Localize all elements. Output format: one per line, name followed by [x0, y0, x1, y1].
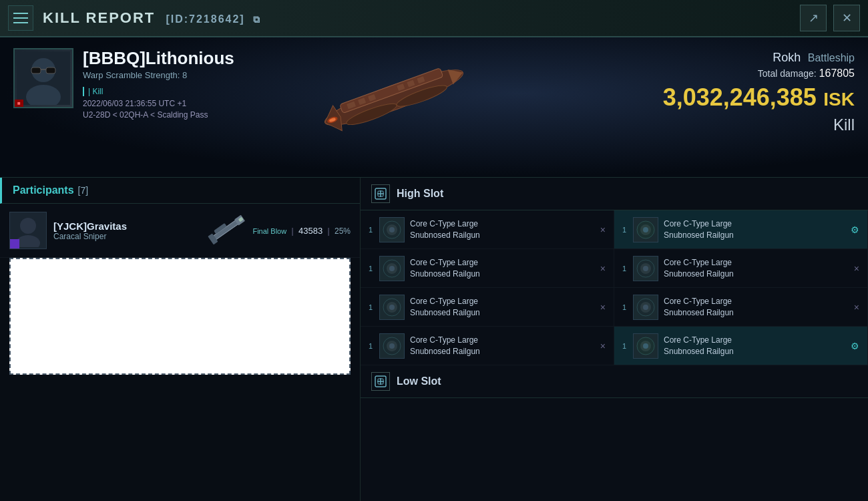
item-icon [379, 295, 405, 320]
svg-point-6 [320, 61, 467, 134]
low-slot-icon [371, 372, 390, 391]
item-close-icon[interactable]: × [600, 302, 606, 313]
item-pilot-icon: ⚙ [851, 224, 859, 235]
participant-avatar [9, 212, 47, 249]
svg-point-44 [389, 305, 395, 310]
svg-point-38 [389, 266, 395, 271]
kill-tag: | Kill [83, 87, 103, 96]
item-icon [633, 295, 658, 320]
participant-row[interactable]: [YJCK]Gravitas Caracal Sniper Fin [0, 204, 360, 258]
high-slot-title: High Slot [397, 188, 443, 200]
isk-line: 3,032,246,385 ISK [663, 84, 855, 112]
slot-item[interactable]: 1 Core C-Type LargeSnubnosed Railgun × [361, 327, 614, 365]
copy-icon[interactable]: ⧉ [253, 14, 261, 25]
svg-point-47 [643, 305, 648, 310]
svg-rect-4 [46, 67, 55, 73]
slot-item[interactable]: 1 Core C-Type LargeSnubnosed Railgun ⚙ [614, 327, 868, 365]
slot-item[interactable]: 1 Core C-Type LargeSnubnosed Railgun × [361, 210, 614, 249]
right-panel: High Slot 1 Core C-Type LargeSnubnosed R… [361, 178, 868, 501]
item-icon [379, 256, 405, 281]
item-icon [379, 217, 405, 242]
title-bar-actions: ↗ ✕ [800, 5, 860, 31]
slot-item[interactable]: 1 Core C-Type LargeSnubnosed Railgun × [614, 249, 868, 288]
high-slot-grid: 1 Core C-Type LargeSnubnosed Railgun × 1… [361, 210, 868, 365]
svg-point-35 [643, 227, 648, 232]
svg-point-32 [389, 227, 395, 232]
participant-list-placeholder [9, 258, 351, 375]
participant-ship: Caracal Sniper [53, 232, 199, 241]
item-close-icon[interactable]: × [600, 263, 606, 274]
ship-name-class: Rokh Battleship [663, 51, 855, 65]
participant-info: [YJCK]Gravitas Caracal Sniper [53, 220, 199, 241]
low-slot-header: Low Slot [361, 365, 868, 398]
hero-section: ■ [BBBQ]Lithonious Warp Scramble Strengt… [0, 37, 868, 178]
kill-badge: ■ [15, 100, 23, 107]
item-close-icon[interactable]: × [600, 341, 606, 351]
external-link-button[interactable]: ↗ [800, 5, 827, 31]
item-close-icon[interactable]: × [600, 224, 606, 235]
slot-item[interactable]: 1 Core C-Type LargeSnubnosed Railgun × [361, 249, 614, 288]
window-title: KILL REPORT [ID:7218642] ⧉ [43, 9, 800, 27]
slot-item[interactable]: 1 Core C-Type LargeSnubnosed Railgun × [361, 288, 614, 327]
high-slot-header: High Slot [361, 178, 868, 210]
total-damage: Total damage: 167805 [663, 67, 855, 79]
item-icon [633, 256, 658, 281]
participants-title: Participants [13, 184, 74, 196]
item-icon [633, 217, 658, 242]
pilot-avatar: ■ [13, 48, 73, 108]
item-pilot-icon: ⚙ [851, 341, 859, 351]
participants-count: [7] [78, 185, 89, 196]
svg-rect-3 [31, 67, 41, 73]
weapon-image [199, 210, 252, 251]
slot-item[interactable]: 1 Core C-Type LargeSnubnosed Railgun ⚙ [614, 210, 868, 249]
kill-type-label: Kill [663, 116, 855, 134]
item-icon [379, 333, 405, 359]
left-panel: Participants [7] [YJCK]Gravitas Caracal … [0, 178, 361, 501]
svg-point-21 [20, 218, 36, 234]
close-button[interactable]: ✕ [833, 5, 860, 31]
item-close-icon[interactable]: × [854, 263, 859, 274]
title-bar: KILL REPORT [ID:7218642] ⧉ ↗ ✕ [0, 0, 868, 37]
item-close-icon[interactable]: × [854, 302, 859, 313]
participants-header: Participants [7] [0, 178, 360, 204]
participant-name: [YJCK]Gravitas [53, 220, 199, 232]
menu-button[interactable] [8, 5, 33, 31]
high-slot-icon [371, 184, 390, 203]
participant-stats: Final Blow | 43583 | 25% [252, 226, 351, 236]
svg-point-53 [643, 343, 648, 349]
hero-stats: Rokh Battleship Total damage: 167805 3,0… [663, 51, 855, 134]
item-icon [633, 333, 658, 359]
svg-point-41 [643, 266, 648, 271]
ship-image [294, 44, 494, 151]
low-slot-title: Low Slot [397, 375, 441, 387]
slot-item[interactable]: 1 Core C-Type LargeSnubnosed Railgun × [614, 288, 868, 327]
rank-badge [10, 239, 19, 248]
main-content: Participants [7] [YJCK]Gravitas Caracal … [0, 178, 868, 501]
svg-point-50 [389, 343, 395, 349]
